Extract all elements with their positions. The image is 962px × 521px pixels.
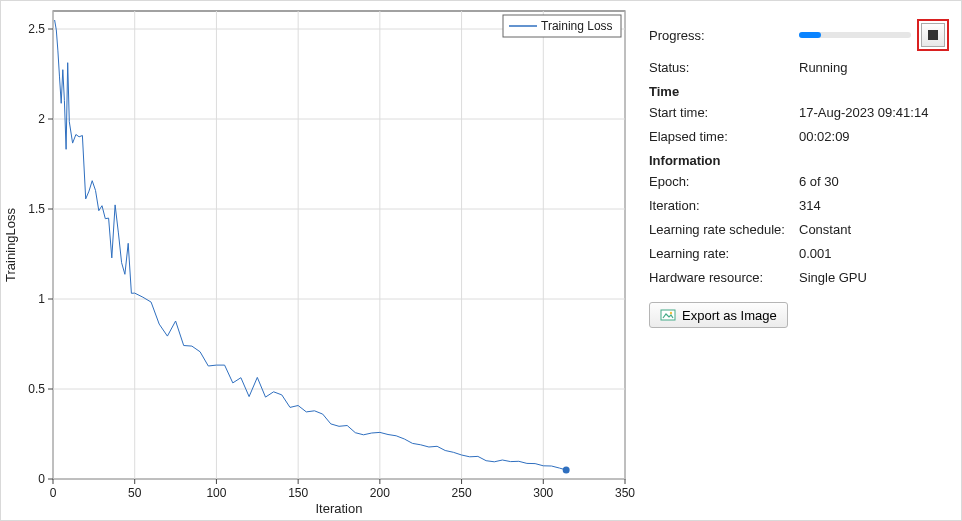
info-pane: Progress: Status: Running Time Start tim… <box>641 1 961 520</box>
svg-text:1: 1 <box>38 292 45 306</box>
elapsed-time-row: Elapsed time: 00:02:09 <box>649 129 949 144</box>
stop-icon <box>928 30 938 40</box>
svg-text:300: 300 <box>533 486 553 500</box>
hardware-row: Hardware resource: Single GPU <box>649 270 949 285</box>
start-time-label: Start time: <box>649 105 799 120</box>
epoch-value: 6 of 30 <box>799 174 949 189</box>
y-axis-label: TrainingLoss <box>3 208 18 282</box>
hardware-label: Hardware resource: <box>649 270 799 285</box>
progress-row: Progress: <box>649 19 949 51</box>
svg-text:2: 2 <box>38 112 45 126</box>
lr-value: 0.001 <box>799 246 949 261</box>
svg-text:100: 100 <box>206 486 226 500</box>
iteration-row: Iteration: 314 <box>649 198 949 213</box>
information-section-title: Information <box>649 153 949 168</box>
svg-text:250: 250 <box>452 486 472 500</box>
svg-rect-46 <box>661 310 675 320</box>
x-axis-label: Iteration <box>316 501 363 516</box>
status-label: Status: <box>649 60 799 75</box>
export-image-icon <box>660 307 676 323</box>
epoch-label: Epoch: <box>649 174 799 189</box>
training-monitor: 050100150200250300350 00.511.522.5 Itera… <box>0 0 962 521</box>
svg-text:0: 0 <box>38 472 45 486</box>
lr-schedule-row: Learning rate schedule: Constant <box>649 222 949 237</box>
export-button-label: Export as Image <box>682 308 777 323</box>
status-row: Status: Running <box>649 60 949 75</box>
svg-text:2.5: 2.5 <box>28 22 45 36</box>
start-time-row: Start time: 17-Aug-2023 09:41:14 <box>649 105 949 120</box>
start-time-value: 17-Aug-2023 09:41:14 <box>799 105 949 120</box>
training-loss-plot: 050100150200250300350 00.511.522.5 Itera… <box>1 1 641 519</box>
svg-point-47 <box>670 312 672 314</box>
time-section-title: Time <box>649 84 949 99</box>
lr-label: Learning rate: <box>649 246 799 261</box>
legend-label: Training Loss <box>541 19 613 33</box>
svg-rect-0 <box>53 11 625 479</box>
lr-schedule-value: Constant <box>799 222 949 237</box>
progress-bar <box>799 32 911 38</box>
svg-text:50: 50 <box>128 486 142 500</box>
chart-pane: 050100150200250300350 00.511.522.5 Itera… <box>1 1 641 520</box>
epoch-row: Epoch: 6 of 30 <box>649 174 949 189</box>
svg-text:0: 0 <box>50 486 57 500</box>
elapsed-time-value: 00:02:09 <box>799 129 949 144</box>
svg-text:200: 200 <box>370 486 390 500</box>
svg-text:0.5: 0.5 <box>28 382 45 396</box>
stop-button-highlight <box>917 19 949 51</box>
svg-text:350: 350 <box>615 486 635 500</box>
iteration-label: Iteration: <box>649 198 799 213</box>
legend: Training Loss <box>503 15 621 37</box>
stop-button[interactable] <box>921 23 945 47</box>
iteration-value: 314 <box>799 198 949 213</box>
export-as-image-button[interactable]: Export as Image <box>649 302 788 328</box>
lr-schedule-label: Learning rate schedule: <box>649 222 799 237</box>
hardware-value: Single GPU <box>799 270 949 285</box>
status-value: Running <box>799 60 949 75</box>
svg-point-43 <box>563 467 570 474</box>
elapsed-time-label: Elapsed time: <box>649 129 799 144</box>
svg-text:150: 150 <box>288 486 308 500</box>
svg-text:1.5: 1.5 <box>28 202 45 216</box>
progress-label: Progress: <box>649 28 799 43</box>
lr-row: Learning rate: 0.001 <box>649 246 949 261</box>
